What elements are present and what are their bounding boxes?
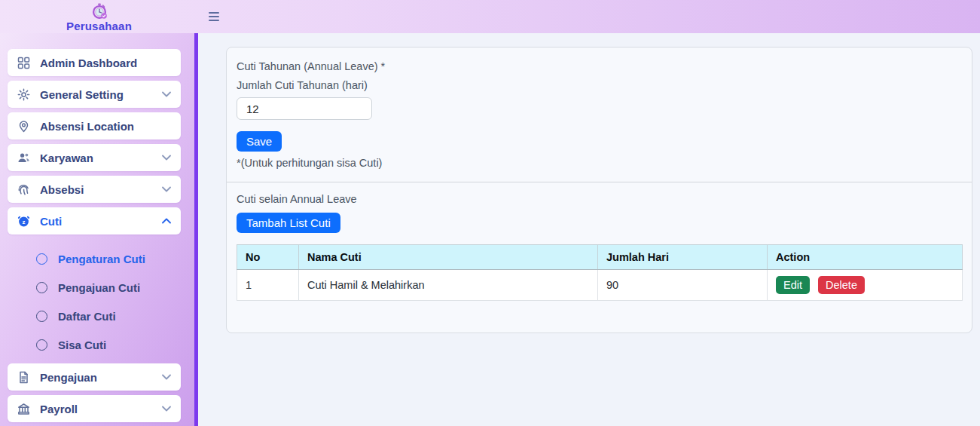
chevron-down-icon: [162, 406, 171, 412]
radio-circle-icon: [36, 282, 47, 293]
chevron-down-icon: [162, 91, 171, 97]
sidebar-subitem-pengaturan-cuti[interactable]: Pengaturan Cuti: [36, 244, 181, 273]
sidebar-item-label: Admin Dashboard: [40, 57, 137, 69]
main-content: Cuti Tahunan (Annual Leave) * Jumlah Cut…: [198, 33, 980, 426]
annual-leave-note: *(Untuk perhitungan sisa Cuti): [237, 157, 963, 169]
sidebar-subitem-sisa-cuti[interactable]: Sisa Cuti: [36, 330, 181, 359]
chevron-down-icon: [162, 374, 171, 380]
cell-action: Edit Delete: [768, 270, 963, 301]
sidebar-item-label: Cuti: [40, 215, 62, 228]
sidebar-subitem-pengajuan-cuti[interactable]: Pengajuan Cuti: [36, 273, 181, 302]
add-leave-button[interactable]: Tambah List Cuti: [237, 213, 340, 233]
cell-nama: Cuti Hamil & Melahirkan: [299, 270, 598, 301]
sidebar-item-absebsi[interactable]: Absebsi: [8, 176, 181, 203]
annual-leave-days-input[interactable]: [237, 97, 372, 120]
sidebar-item-absensi-location[interactable]: Absensi Location: [8, 112, 181, 139]
radio-circle-icon: [36, 311, 47, 322]
sidebar-item-label: General Setting: [40, 88, 124, 101]
annual-leave-title: Cuti Tahunan (Annual Leave) *: [237, 60, 963, 72]
users-icon: [17, 152, 30, 164]
sidebar-item-label: Payroll: [40, 403, 78, 415]
fingerprint-icon: [17, 183, 30, 196]
cell-no: 1: [237, 270, 299, 301]
chevron-down-icon: [162, 155, 171, 161]
location-pin-icon: [17, 120, 30, 133]
grid-icon: [17, 57, 30, 69]
leave-settings-card: Cuti Tahunan (Annual Leave) * Jumlah Cut…: [226, 47, 972, 333]
delete-button[interactable]: Delete: [818, 276, 865, 294]
sidebar-item-label: Absensi Location: [40, 120, 134, 133]
svg-text:z: z: [23, 218, 26, 225]
sidebar-item-cuti[interactable]: z Cuti: [8, 207, 181, 234]
other-leave-title: Cuti selain Annual Leave: [237, 193, 963, 205]
sidebar-subitem-label: Daftar Cuti: [58, 310, 116, 323]
table-header-jumlah: Jumlah Hari: [598, 245, 768, 270]
document-icon: [17, 371, 30, 384]
bank-icon: [17, 403, 30, 415]
cuti-submenu: Pengaturan Cuti Pengajuan Cuti Daftar Cu…: [8, 239, 181, 363]
annual-leave-input-label: Jumlah Cuti Tahunan (hari): [237, 79, 963, 91]
chevron-up-icon: [162, 218, 171, 224]
sidebar-subitem-label: Sisa Cuti: [58, 339, 106, 351]
sidebar-item-admin-dashboard[interactable]: Admin Dashboard: [8, 49, 181, 76]
sidebar: Admin Dashboard General Setting Absensi …: [0, 33, 198, 426]
table-header-action: Action: [768, 245, 963, 270]
sidebar-item-payroll[interactable]: Payroll: [8, 395, 181, 422]
sidebar-item-label: Pengajuan: [40, 371, 97, 384]
stopwatch-check-icon: [91, 3, 108, 20]
sidebar-item-general-setting[interactable]: General Setting: [8, 81, 181, 108]
sidebar-subitem-daftar-cuti[interactable]: Daftar Cuti: [36, 302, 181, 330]
brand[interactable]: Perusahaan: [0, 2, 198, 32]
sidebar-item-karyawan[interactable]: Karyawan: [8, 144, 181, 171]
sidebar-subitem-label: Pengajuan Cuti: [58, 281, 140, 294]
save-button[interactable]: Save: [237, 131, 282, 152]
sidebar-item-pengajuan[interactable]: Pengajuan: [8, 363, 181, 391]
table-header-nama: Nama Cuti: [299, 245, 598, 270]
chevron-down-icon: [162, 186, 171, 192]
table-header-no: No: [237, 245, 299, 270]
brand-name: Perusahaan: [66, 20, 132, 32]
sidebar-subitem-label: Pengaturan Cuti: [58, 253, 145, 265]
radio-circle-icon: [36, 253, 47, 265]
leave-types-table: No Nama Cuti Jumlah Hari Action 1 Cuti H…: [237, 244, 963, 301]
top-header-bar: Perusahaan: [0, 0, 980, 33]
sidebar-item-label: Karyawan: [40, 152, 93, 164]
sidebar-item-label: Absebsi: [40, 183, 84, 196]
section-divider: [227, 182, 972, 182]
hamburger-icon[interactable]: [204, 8, 224, 26]
table-header-row: No Nama Cuti Jumlah Hari Action: [237, 245, 963, 270]
alarm-snooze-icon: z: [17, 215, 30, 228]
cell-jumlah: 90: [598, 270, 768, 301]
gear-icon: [17, 88, 30, 101]
table-row: 1 Cuti Hamil & Melahirkan 90 Edit Delete: [237, 270, 963, 301]
radio-circle-icon: [36, 339, 47, 351]
edit-button[interactable]: Edit: [776, 276, 810, 294]
